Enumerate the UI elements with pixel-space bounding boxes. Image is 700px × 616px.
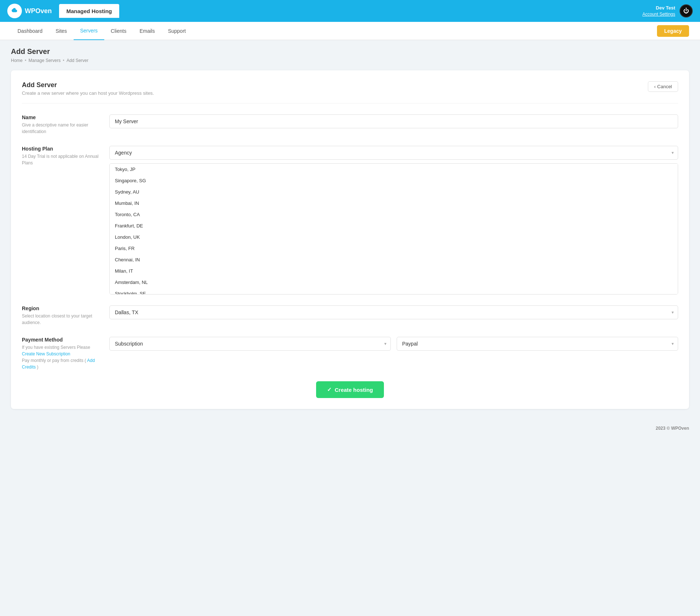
region-select[interactable]: Dallas, TX Tokyo, JP Singapore, SG Londo…: [109, 305, 678, 319]
power-icon: ⏻: [683, 8, 689, 14]
brand-name: WPOven: [25, 7, 52, 15]
submit-area: ✓ Create hosting: [22, 381, 678, 398]
account-info: Dev Test Account Settings: [642, 5, 675, 17]
nav-clients[interactable]: Clients: [104, 22, 133, 40]
hosting-plan-form-row: Hosting Plan 14 Day Trial is not applica…: [22, 146, 678, 295]
create-subscription-link[interactable]: Create New Subscription: [22, 351, 70, 356]
region-item-milan[interactable]: Milan, IT: [110, 265, 678, 277]
account-settings-label[interactable]: Account Settings: [642, 11, 675, 17]
header-right: Dev Test Account Settings ⏻: [642, 4, 693, 17]
page-title: Add Server: [11, 47, 689, 56]
hosting-plan-label: Hosting Plan: [22, 146, 102, 152]
legacy-button[interactable]: Legacy: [657, 25, 689, 37]
breadcrumb-manage-servers[interactable]: Manage Servers: [28, 58, 61, 63]
create-btn-label: Create hosting: [335, 387, 373, 393]
region-label-area: Region Select location closest to your t…: [22, 305, 102, 326]
cancel-icon: ‹: [654, 84, 656, 89]
payment-form-row: Payment Method If you have existing Serv…: [22, 337, 678, 370]
subscription-select-wrapper: Subscription One-time Credits ▾: [109, 337, 391, 351]
name-input[interactable]: [109, 114, 678, 128]
card-title: Add Server: [22, 81, 154, 89]
managed-hosting-tab[interactable]: Managed Hosting: [59, 4, 119, 18]
region-item-mumbai[interactable]: Mumbai, IN: [110, 198, 678, 209]
region-form-row: Region Select location closest to your t…: [22, 305, 678, 326]
breadcrumb: Home • Manage Servers • Add Server: [11, 58, 689, 63]
footer: 2023 © WPOven: [0, 420, 700, 437]
breadcrumb-home[interactable]: Home: [11, 58, 23, 63]
name-field-label-area: Name Give a descriptive name for easier …: [22, 114, 102, 135]
region-select-wrapper: Dallas, TX Tokyo, JP Singapore, SG Londo…: [109, 305, 678, 319]
region-item-paris[interactable]: Paris, FR: [110, 243, 678, 254]
region-item-stockholm[interactable]: Stockholm, SE: [110, 288, 678, 295]
nav-emails[interactable]: Emails: [133, 22, 162, 40]
payment-field-label: Payment Method: [22, 337, 102, 343]
payment-method-select-wrapper: Paypal Credit Card Bank Transfer ▾: [397, 337, 678, 351]
hosting-plan-select-wrapper: Agency Starter Business Enterprise ▾: [109, 146, 678, 160]
hosting-plan-input-area: Agency Starter Business Enterprise ▾ Tok…: [109, 146, 678, 295]
hosting-plan-label-area: Hosting Plan 14 Day Trial is not applica…: [22, 146, 102, 166]
region-dropdown-list: Tokyo, JP Singapore, SG Sydney, AU Mumba…: [109, 163, 678, 295]
breadcrumb-area: Add Server Home • Manage Servers • Add S…: [0, 40, 700, 67]
cancel-button[interactable]: ‹ Cancel: [648, 81, 678, 92]
name-field-input-area: [109, 114, 678, 128]
payment-method-select[interactable]: Paypal Credit Card Bank Transfer: [397, 337, 678, 351]
payment-field-hint: If you have existing Servers Please Crea…: [22, 344, 102, 370]
power-button[interactable]: ⏻: [680, 4, 693, 17]
region-item-sydney[interactable]: Sydney, AU: [110, 186, 678, 198]
region-field-label: Region: [22, 305, 102, 311]
name-field-hint: Give a descriptive name for easier ident…: [22, 122, 102, 135]
region-item-singapore[interactable]: Singapore, SG: [110, 175, 678, 186]
breadcrumb-add-server: Add Server: [66, 58, 88, 63]
payment-selects-area: Subscription One-time Credits ▾ Paypal C…: [109, 337, 678, 351]
logo-icon: [7, 4, 22, 18]
region-item-chennai[interactable]: Chennai, IN: [110, 254, 678, 265]
subscription-select[interactable]: Subscription One-time Credits: [109, 337, 391, 351]
region-select-area: Dallas, TX Tokyo, JP Singapore, SG Londo…: [109, 305, 678, 319]
name-form-row: Name Give a descriptive name for easier …: [22, 114, 678, 135]
dev-test-label: Dev Test: [642, 5, 675, 11]
nav-bar: Dashboard Sites Servers Clients Emails S…: [0, 22, 700, 40]
region-item-toronto[interactable]: Toronto, CA: [110, 209, 678, 220]
region-field-hint: Select location closest to your target a…: [22, 313, 102, 326]
card-title-area: Add Server Create a new server where you…: [22, 81, 154, 96]
add-server-card: Add Server Create a new server where you…: [11, 70, 689, 409]
create-btn-icon: ✓: [327, 386, 332, 393]
region-item-amsterdam[interactable]: Amsterdam, NL: [110, 277, 678, 288]
footer-text: 2023 © WPOven: [656, 426, 689, 431]
hosting-plan-select[interactable]: Agency Starter Business Enterprise: [109, 146, 678, 160]
region-item-london[interactable]: London, UK: [110, 231, 678, 243]
create-hosting-button[interactable]: ✓ Create hosting: [316, 381, 384, 398]
region-item-frankfurt[interactable]: Frankfurt, DE: [110, 220, 678, 231]
nav-support[interactable]: Support: [162, 22, 192, 40]
nav-sites[interactable]: Sites: [49, 22, 74, 40]
region-item-tokyo[interactable]: Tokyo, JP: [110, 164, 678, 175]
payment-label-area: Payment Method If you have existing Serv…: [22, 337, 102, 370]
card-header: Add Server Create a new server where you…: [22, 81, 678, 104]
logo-area: WPOven: [7, 4, 52, 18]
card-subtitle: Create a new server where you can host y…: [22, 90, 154, 96]
hosting-plan-hint: 14 Day Trial is not applicable on Annual…: [22, 153, 102, 166]
nav-servers[interactable]: Servers: [74, 22, 104, 40]
payment-selects: Subscription One-time Credits ▾ Paypal C…: [109, 337, 678, 351]
name-field-label: Name: [22, 114, 102, 120]
header: WPOven Managed Hosting Dev Test Account …: [0, 0, 700, 22]
nav-dashboard[interactable]: Dashboard: [11, 22, 49, 40]
